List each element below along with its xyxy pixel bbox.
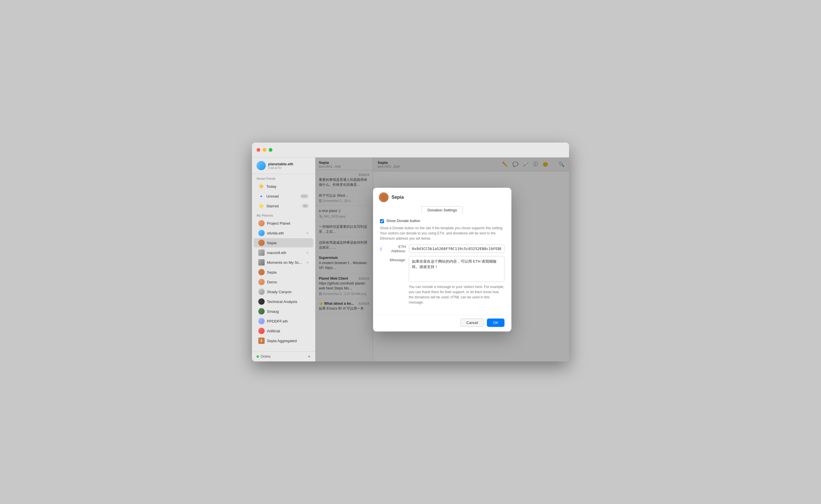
planet-inner-icon — [381, 194, 387, 200]
close-button[interactable] — [257, 148, 260, 152]
planet-avatar — [258, 308, 265, 314]
modal-overlay: Sepia Donation Settings Show Donate butt… — [315, 158, 569, 361]
planet-avatar — [258, 279, 265, 285]
smart-feeds-label: Smart Feeds — [252, 174, 315, 181]
account-eth: 3.66 ETH — [268, 166, 293, 170]
starred-label: Starred — [266, 204, 300, 208]
planet-name: Smaug — [267, 309, 309, 314]
modal-title: Sepia — [391, 195, 404, 200]
planet-avatar — [258, 220, 265, 226]
message-label: Message: — [380, 256, 406, 262]
planet-avatar — [258, 289, 265, 295]
show-donate-row: Show Donate button — [380, 219, 504, 223]
planet-name: Moments on My Sc... — [267, 260, 304, 265]
starred-badge: 56 — [302, 204, 309, 208]
planet-avatar — [258, 269, 265, 275]
account-info: planetable.eth 3.66 ETH — [268, 162, 293, 170]
title-bar — [252, 143, 569, 158]
modal-header: Sepia — [373, 188, 511, 205]
planet-name: Artificial — [267, 329, 309, 333]
my-planets-label: My Planets — [252, 211, 315, 218]
planet-avatar — [258, 259, 265, 266]
share-icon: ⊕ — [306, 251, 309, 255]
sidebar-planet-project-planet[interactable]: Project Planet — [254, 219, 313, 228]
planet-avatar — [258, 249, 265, 256]
avatar — [257, 161, 266, 170]
sidebar-planet-sepia-agg[interactable]: S Sepia Aggregated — [254, 336, 313, 345]
modal-tabs: Donation Settings — [373, 205, 511, 217]
planet-name: macos9.eth — [267, 251, 304, 255]
modal-body: Show Donate button Show a Donate button … — [373, 217, 511, 315]
maximize-button[interactable] — [269, 148, 273, 152]
message-hint: You can include a message to your visito… — [409, 284, 504, 305]
eth-address-row: ⟠ ETH Address: — [380, 245, 504, 253]
show-donate-checkbox[interactable] — [380, 219, 384, 223]
online-dot — [257, 355, 259, 358]
window-body: planetable.eth 3.66 ETH Smart Feeds ☀️ T… — [252, 158, 569, 361]
sidebar-planet-smaug[interactable]: Smaug — [254, 307, 313, 316]
today-label: Today — [266, 184, 309, 189]
add-button[interactable]: + — [308, 354, 311, 359]
planet-avatar — [258, 318, 265, 324]
sidebar-item-starred[interactable]: ⭐ Starred 56 — [254, 201, 313, 211]
cancel-button[interactable]: Cancel — [460, 319, 484, 327]
donation-settings-modal: Sepia Donation Settings Show Donate butt… — [373, 188, 511, 331]
sidebar-planet-sepia[interactable]: Sepia — [254, 238, 313, 247]
sidebar-planet-artificial[interactable]: Artificial — [254, 326, 313, 336]
planet-name: Shady Canyon — [267, 290, 309, 294]
modal-planet-avatar — [379, 192, 389, 202]
sidebar-planet-moments[interactable]: Moments on My Sc... ⊕ — [254, 258, 313, 267]
planet-name: PPDDFF.eth — [267, 319, 309, 323]
unread-icon: ● — [258, 193, 264, 199]
eth-label-text: ETH Address: — [383, 245, 406, 253]
planet-name: Project Planet — [267, 221, 309, 226]
sidebar-item-unread[interactable]: ● Unread 531 — [254, 192, 313, 201]
sidebar-planet-shady[interactable]: Shady Canyon — [254, 287, 313, 296]
planet-name: olivida.eth — [267, 231, 304, 235]
sidebar-account: planetable.eth 3.66 ETH — [252, 158, 315, 174]
planet-name: Sepia — [267, 241, 309, 245]
planet-name: Technical Analysis — [267, 300, 309, 304]
planet-avatar — [258, 328, 265, 334]
ethereum-icon: ⟠ — [380, 247, 382, 251]
sidebar-bottom: Online + — [252, 351, 315, 361]
sidebar-planet-technical[interactable]: Technical Analysis — [254, 297, 313, 306]
traffic-lights — [257, 148, 273, 152]
unread-badge: 531 — [300, 194, 309, 198]
sidebar-planet-sepia2[interactable]: Sepia — [254, 268, 313, 277]
checkbox-description: Show a Donate button on the site if the … — [380, 226, 504, 241]
account-name: planetable.eth — [268, 162, 293, 166]
sidebar-planet-demo[interactable]: Demo — [254, 277, 313, 287]
show-donate-label[interactable]: Show Donate button — [386, 219, 420, 223]
ok-button[interactable]: OK — [487, 319, 504, 327]
message-row: Message: 如果你喜欢这个网站的内容，可以用 ETH 请我喝咖啡。谢谢支持… — [380, 256, 504, 282]
planet-avatar — [258, 230, 265, 236]
sidebar-planet-olivida[interactable]: olivida.eth ⊕ — [254, 228, 313, 238]
sidebar-planet-ppddff[interactable]: PPDDFF.eth — [254, 317, 313, 326]
planet-name: Sepia — [267, 270, 309, 274]
online-indicator: Online — [257, 355, 271, 359]
eth-address-input[interactable] — [409, 245, 504, 253]
online-label: Online — [261, 355, 271, 359]
planet-avatar: S — [258, 338, 265, 344]
tab-donation-settings[interactable]: Donation Settings — [421, 206, 463, 214]
minimize-button[interactable] — [263, 148, 266, 152]
unread-label: Unread — [266, 194, 298, 198]
planet-avatar — [258, 298, 265, 305]
sidebar-planet-macos9[interactable]: macos9.eth ⊕ — [254, 248, 313, 257]
app-window: planetable.eth 3.66 ETH Smart Feeds ☀️ T… — [252, 143, 569, 361]
content-area: Sepia ipns://k51...8ykf 8/28/24 重要的事情是普通… — [315, 158, 569, 361]
account-row[interactable]: planetable.eth 3.66 ETH — [257, 161, 311, 170]
sidebar: planetable.eth 3.66 ETH Smart Feeds ☀️ T… — [252, 158, 315, 361]
message-textarea[interactable]: 如果你喜欢这个网站的内容，可以用 ETH 请我喝咖啡。谢谢支持！ — [409, 256, 504, 282]
share-icon: ⊕ — [306, 261, 309, 264]
star-icon: ⭐ — [258, 203, 264, 209]
eth-address-label: ⟠ ETH Address: — [380, 245, 406, 253]
share-icon: ⊕ — [306, 231, 309, 235]
sun-icon: ☀️ — [258, 183, 264, 189]
modal-footer: Cancel OK — [373, 315, 511, 331]
planet-avatar — [258, 240, 265, 246]
planet-name: Demo — [267, 280, 309, 284]
sidebar-item-today[interactable]: ☀️ Today — [254, 182, 313, 191]
planet-name: Sepia Aggregated — [267, 339, 309, 343]
